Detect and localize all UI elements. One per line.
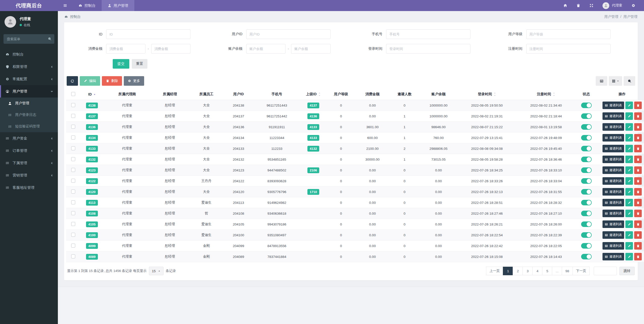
login-time-input[interactable] [386, 44, 470, 54]
row-delete-button[interactable] [634, 145, 642, 152]
prev-page-button[interactable]: 上一页 [486, 267, 503, 275]
row-delete-button[interactable] [634, 199, 642, 206]
row-edit-button[interactable] [625, 112, 633, 120]
page-button-98[interactable]: 98 [562, 267, 573, 275]
row-checkbox[interactable] [71, 157, 75, 161]
invite-list-button[interactable]: 邀请列表 [602, 134, 624, 142]
register-time-input[interactable] [526, 44, 611, 54]
sidebar-toggle-button[interactable] [58, 0, 72, 11]
invite-list-button[interactable]: 邀请列表 [602, 166, 624, 174]
row-edit-button[interactable] [625, 134, 633, 142]
sidebar-item-user-funds[interactable]: 用户资金 [0, 132, 58, 145]
consume-amount-min-input[interactable] [106, 44, 145, 54]
row-checkbox[interactable] [71, 146, 75, 150]
sidebar-item-customer-service-address[interactable]: 客服地址管理 [0, 181, 58, 194]
status-toggle[interactable] [581, 189, 592, 195]
invite-list-button[interactable]: 邀请列表 [602, 123, 624, 131]
sort-desc-icon[interactable] [93, 93, 96, 96]
page-button-2[interactable]: 2 [513, 267, 523, 275]
row-edit-button[interactable] [625, 123, 633, 131]
status-toggle[interactable] [581, 232, 592, 238]
account-balance-min-input[interactable] [246, 44, 286, 54]
row-edit-button[interactable] [625, 231, 633, 239]
consume-amount-max-input[interactable] [151, 44, 190, 54]
row-edit-button[interactable] [625, 102, 633, 109]
clear-cache-button[interactable] [576, 4, 580, 8]
column-header-注册时间[interactable]: 注册时间 [516, 89, 576, 100]
breadcrumb-item[interactable]: 用户管理 [604, 15, 618, 19]
row-edit-button[interactable] [625, 156, 633, 163]
invite-list-button[interactable]: 邀请列表 [602, 102, 624, 109]
sidebar-item-marketing-management[interactable]: 营销管理 [0, 169, 58, 181]
status-toggle[interactable] [581, 124, 592, 130]
row-checkbox[interactable] [71, 222, 75, 226]
status-toggle[interactable] [581, 157, 592, 162]
sidebar-subitem-user-login-log[interactable]: 用户登录日志 [0, 109, 58, 121]
sort-both-icon[interactable] [318, 92, 321, 97]
status-toggle[interactable] [581, 146, 592, 151]
status-toggle[interactable] [581, 200, 592, 205]
sort-both-icon[interactable] [553, 92, 555, 97]
row-delete-button[interactable] [634, 134, 642, 142]
status-toggle[interactable] [581, 167, 592, 173]
row-delete-button[interactable] [634, 188, 642, 196]
row-delete-button[interactable] [634, 102, 642, 109]
submit-button[interactable]: 提交 [113, 59, 129, 69]
phone-input[interactable] [386, 29, 470, 39]
row-edit-button[interactable] [625, 145, 633, 152]
user-level-input[interactable] [526, 29, 611, 39]
page-button-1[interactable]: 1 [503, 267, 513, 275]
row-delete-button[interactable] [634, 177, 642, 185]
row-checkbox[interactable] [71, 254, 75, 258]
column-header-上级ID[interactable]: 上级ID [300, 89, 327, 100]
row-edit-button[interactable] [625, 242, 633, 250]
invite-list-button[interactable]: 邀请列表 [602, 210, 624, 217]
sidebar-item-user-management[interactable]: 用户管理 [0, 85, 58, 98]
sidebar-item-permission-management[interactable]: 权限管理 [0, 61, 58, 73]
status-toggle[interactable] [581, 103, 592, 108]
status-toggle[interactable] [581, 243, 592, 249]
row-checkbox[interactable] [71, 168, 75, 172]
search-icon[interactable] [48, 37, 52, 41]
row-delete-button[interactable] [634, 123, 642, 131]
account-balance-max-input[interactable] [291, 44, 330, 54]
invite-list-button[interactable]: 邀请列表 [602, 177, 624, 185]
invite-list-button[interactable]: 邀请列表 [602, 112, 624, 120]
row-delete-button[interactable] [634, 156, 642, 163]
status-toggle[interactable] [581, 211, 592, 216]
row-delete-button[interactable] [634, 253, 642, 260]
invite-list-button[interactable]: 邀请列表 [602, 145, 624, 152]
settings-button[interactable] [631, 4, 635, 8]
row-edit-button[interactable] [625, 253, 633, 260]
edit-button[interactable]: 编辑 [80, 76, 100, 86]
status-toggle[interactable] [581, 178, 592, 184]
select-all-checkbox[interactable] [71, 92, 75, 96]
status-toggle[interactable] [581, 113, 592, 119]
row-edit-button[interactable] [625, 210, 633, 217]
column-header-登录时间[interactable]: 登录时间 [457, 89, 516, 100]
row-checkbox[interactable] [71, 244, 75, 248]
row-delete-button[interactable] [634, 242, 642, 250]
row-checkbox[interactable] [71, 211, 75, 215]
row-checkbox[interactable] [71, 125, 75, 129]
invite-list-button[interactable]: 邀请列表 [602, 220, 624, 228]
row-delete-button[interactable] [634, 210, 642, 217]
reset-button[interactable]: 重置 [132, 59, 147, 69]
status-toggle[interactable] [581, 221, 592, 227]
row-edit-button[interactable] [625, 177, 633, 185]
sidebar-item-subordinate-management[interactable]: 下属管理 [0, 157, 58, 169]
toggle-view-button[interactable] [596, 76, 607, 86]
invite-list-button[interactable]: 邀请列表 [602, 156, 624, 163]
page-button-5[interactable]: 5 [542, 267, 552, 275]
table-search-button[interactable] [624, 76, 635, 86]
sidebar-item-dashboard[interactable]: 控制台 [0, 48, 58, 61]
row-delete-button[interactable] [634, 231, 642, 239]
row-delete-button[interactable] [634, 220, 642, 228]
refresh-button[interactable] [67, 76, 78, 86]
sidebar-item-order-management[interactable]: 订单管理 [0, 145, 58, 157]
invite-list-button[interactable]: 邀请列表 [602, 231, 624, 239]
row-edit-button[interactable] [625, 199, 633, 206]
status-toggle[interactable] [581, 135, 592, 141]
sidebar-subitem-user-management[interactable]: 用户管理 [0, 98, 58, 109]
more-button[interactable]: 更多 [124, 76, 144, 86]
